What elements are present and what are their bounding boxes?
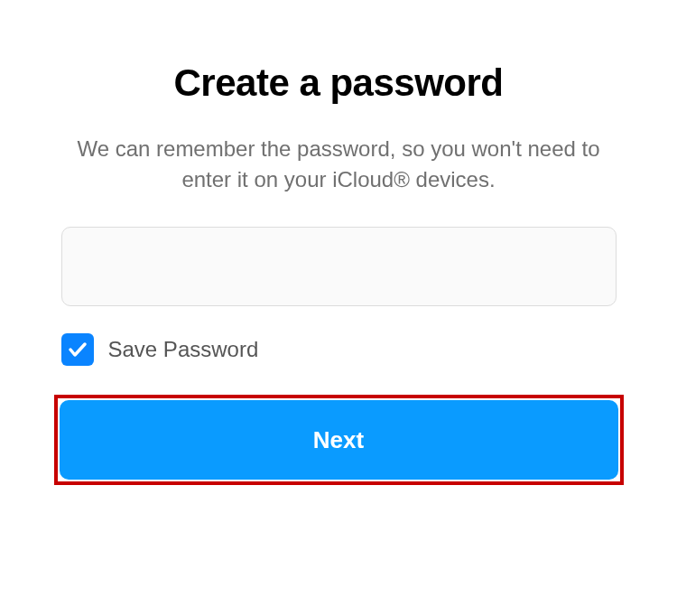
save-password-label: Save Password <box>108 337 259 362</box>
save-password-checkbox[interactable] <box>61 333 94 366</box>
page-title: Create a password <box>61 61 617 105</box>
next-button-label: Next <box>313 426 364 454</box>
page-subtitle: We can remember the password, so you won… <box>61 134 617 194</box>
save-password-row: Save Password <box>61 333 617 366</box>
password-input[interactable] <box>61 227 617 306</box>
create-password-form: Create a password We can remember the pa… <box>61 0 617 616</box>
checkmark-icon <box>67 339 88 360</box>
next-button[interactable]: Next <box>60 400 618 480</box>
next-button-highlight: Next <box>54 395 624 485</box>
